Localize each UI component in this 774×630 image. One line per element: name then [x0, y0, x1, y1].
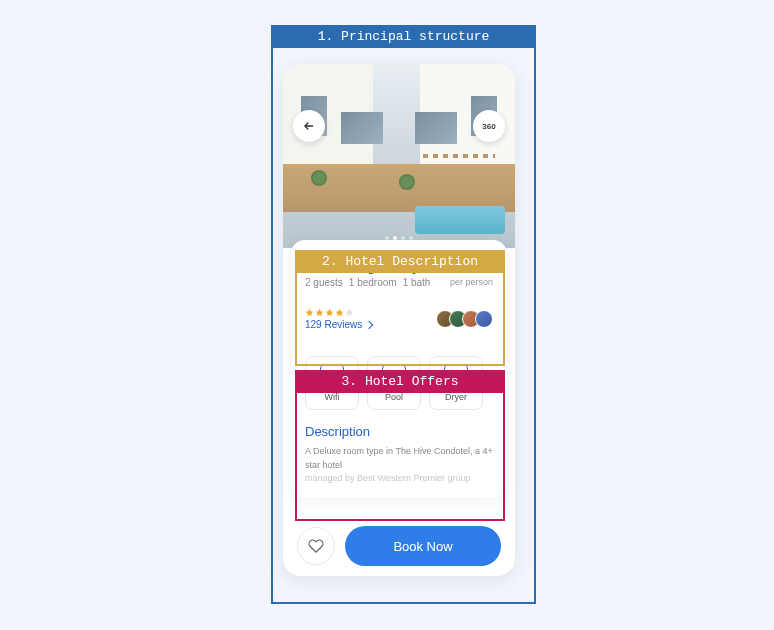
arrow-left-icon: [302, 119, 316, 133]
star-icon: [335, 308, 344, 317]
back-button[interactable]: [293, 110, 325, 142]
footer-actions: Book Now: [297, 526, 501, 566]
avatar: [475, 310, 493, 328]
reviews-count-label: 129 Reviews: [305, 319, 362, 330]
detail-card: Hotel LightSky $128 2 guests 1 bedroom 1…: [291, 240, 507, 498]
description-title: Description: [305, 424, 493, 439]
star-icon: [345, 308, 354, 317]
spec-bedrooms: 1 bedroom: [349, 277, 397, 288]
annotation-hotel-offers: 3. Hotel Offers: [295, 370, 505, 393]
vr-360-button[interactable]: 360: [473, 110, 505, 142]
annotation-principal-structure: 1. Principal structure: [271, 25, 536, 48]
spec-guests: 2 guests: [305, 277, 343, 288]
chevron-right-icon: [365, 320, 373, 328]
description-line-2: managed by Best Western Premier group: [305, 472, 493, 486]
heart-icon: [308, 538, 324, 554]
description-line-1: A Deluxe room type in The Hive Condotel,…: [305, 445, 493, 472]
room-specs: 2 guests 1 bedroom 1 bath: [305, 277, 430, 288]
reviewer-avatars[interactable]: [441, 310, 493, 328]
reviews-link[interactable]: 129 Reviews: [305, 319, 372, 330]
amenity-wifi-label: Wifi: [325, 392, 340, 402]
favorite-button[interactable]: [297, 527, 335, 565]
building-illustration: [283, 64, 515, 248]
vr-360-label: 360: [482, 122, 495, 131]
phone-frame: 360 Hotel LightSky $128 2 guests 1 bedro…: [283, 64, 515, 576]
amenity-pool-label: Pool: [385, 392, 403, 402]
star-icon: [305, 308, 314, 317]
amenity-dryer-label: Dryer: [445, 392, 467, 402]
spec-baths: 1 bath: [403, 277, 431, 288]
price-per: per person: [450, 277, 493, 288]
description-section: Description A Deluxe room type in The Hi…: [305, 424, 493, 486]
book-now-button[interactable]: Book Now: [345, 526, 501, 566]
star-icon: [325, 308, 334, 317]
star-rating: [305, 308, 372, 317]
annotation-hotel-description: 2. Hotel Description: [295, 250, 505, 273]
star-icon: [315, 308, 324, 317]
hero-image: 360: [283, 64, 515, 248]
